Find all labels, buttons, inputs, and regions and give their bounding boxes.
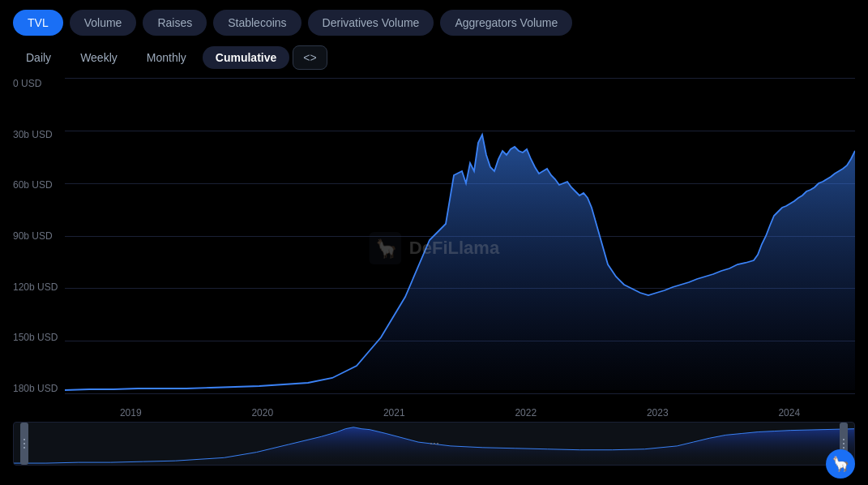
defillama-logo-icon: 🦙 xyxy=(832,455,849,473)
sub-tab-monthly[interactable]: Monthly xyxy=(134,46,199,69)
defillama-logo: 🦙 xyxy=(826,449,855,479)
handle-dot xyxy=(843,443,844,444)
x-label-2019: 2019 xyxy=(120,407,142,418)
main-chart-svg xyxy=(65,78,855,394)
handle-dot xyxy=(24,443,25,444)
chart-area: 180b USD 150b USD 120b USD 90b USD 60b U… xyxy=(0,78,868,418)
top-nav: TVL Volume Raises Stablecoins Derivative… xyxy=(0,0,868,42)
handle-dots-left xyxy=(24,439,25,449)
y-axis: 180b USD 150b USD 120b USD 90b USD 60b U… xyxy=(13,78,58,394)
x-label-2022: 2022 xyxy=(515,407,537,418)
range-selector[interactable] xyxy=(13,422,855,466)
y-label-1: 150b USD xyxy=(13,332,58,343)
y-label-0: 180b USD xyxy=(13,383,58,394)
sub-tab-cumulative[interactable]: Cumulative xyxy=(203,46,289,69)
tab-stablecoins[interactable]: Stablecoins xyxy=(213,10,301,36)
tab-volume[interactable]: Volume xyxy=(70,10,137,36)
range-center-indicator xyxy=(430,443,438,444)
y-label-6: 0 USD xyxy=(13,78,58,89)
handle-dot xyxy=(24,447,25,449)
y-label-3: 90b USD xyxy=(13,230,58,242)
x-label-2024: 2024 xyxy=(778,407,800,418)
sub-tab-daily[interactable]: Daily xyxy=(13,46,64,69)
y-label-2: 120b USD xyxy=(13,281,58,293)
center-dot xyxy=(430,443,432,444)
y-label-4: 60b USD xyxy=(13,179,58,191)
tab-aggregators[interactable]: Aggregators Volume xyxy=(440,10,572,36)
tab-derivatives[interactable]: Derivatives Volume xyxy=(308,10,434,36)
x-label-2020: 2020 xyxy=(251,407,273,418)
handle-dot xyxy=(843,447,844,449)
sub-nav: Daily Weekly Monthly Cumulative <> xyxy=(0,42,868,78)
x-axis: 2019 2020 2021 2022 2023 2024 xyxy=(65,407,855,418)
range-handle-left[interactable] xyxy=(20,423,28,465)
center-dot xyxy=(434,443,435,444)
y-label-5: 30b USD xyxy=(13,129,58,140)
center-dot xyxy=(437,443,438,444)
x-label-2021: 2021 xyxy=(383,407,405,418)
tab-tvl[interactable]: TVL xyxy=(13,10,63,36)
handle-dot xyxy=(24,439,25,440)
tab-raises[interactable]: Raises xyxy=(143,10,207,36)
embed-button[interactable]: <> xyxy=(293,45,327,70)
sub-tab-weekly[interactable]: Weekly xyxy=(67,46,130,69)
x-label-2023: 2023 xyxy=(647,407,669,418)
handle-dots-right xyxy=(843,439,844,449)
handle-dot xyxy=(843,439,844,440)
